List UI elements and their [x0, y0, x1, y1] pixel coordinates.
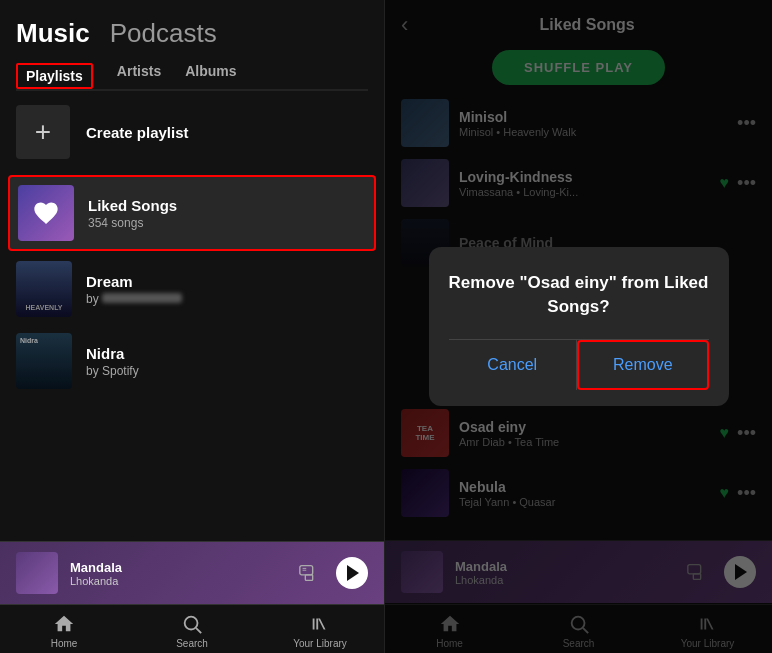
- dream-name: Dream: [86, 273, 368, 290]
- liked-songs-thumb: [18, 185, 74, 241]
- nav-home-label-left: Home: [51, 638, 78, 649]
- modal-buttons: Cancel Remove: [449, 339, 709, 390]
- heart-icon: [32, 199, 60, 227]
- title-row: Music Podcasts: [16, 18, 368, 49]
- modal-remove-button[interactable]: Remove: [577, 340, 709, 390]
- player-controls-left: [298, 557, 368, 589]
- nidra-sub: by Spotify: [86, 364, 368, 378]
- liked-songs-item[interactable]: Liked Songs 354 songs: [8, 175, 376, 251]
- create-playlist-label: Create playlist: [86, 124, 189, 141]
- play-button-left[interactable]: [336, 557, 368, 589]
- podcasts-title: Podcasts: [110, 18, 217, 49]
- modal-cancel-button[interactable]: Cancel: [449, 340, 578, 390]
- nav-search-left[interactable]: Search: [162, 613, 222, 649]
- create-playlist-item[interactable]: + Create playlist: [0, 91, 384, 173]
- svg-line-3: [196, 628, 201, 633]
- play-icon-left: [347, 565, 359, 581]
- liked-songs-sub: 354 songs: [88, 216, 366, 230]
- dream-item[interactable]: HEAVENLY Dream by: [0, 253, 384, 325]
- dream-sub: by: [86, 292, 368, 306]
- svg-rect-1: [305, 575, 312, 581]
- bottom-nav-left: Home Search Your Library: [0, 604, 384, 653]
- liked-songs-name: Liked Songs: [88, 197, 366, 214]
- home-icon-left: [53, 613, 75, 635]
- player-thumb-left: [16, 552, 58, 594]
- player-track-left: Mandala: [70, 560, 286, 575]
- liked-songs-info: Liked Songs 354 songs: [88, 197, 366, 230]
- nidra-label-text: Nidra: [20, 337, 38, 344]
- player-artist-left: Lhokanda: [70, 575, 286, 587]
- modal-title: Remove "Osad einy" from Liked Songs?: [449, 271, 709, 319]
- nidra-thumb: Nidra: [16, 333, 72, 389]
- tab-row: Playlists Artists Albums: [16, 63, 368, 91]
- nav-search-label-left: Search: [176, 638, 208, 649]
- nidra-name: Nidra: [86, 345, 368, 362]
- svg-point-2: [185, 617, 198, 630]
- tab-playlists[interactable]: Playlists: [16, 63, 93, 89]
- search-icon-left: [181, 613, 203, 635]
- right-panel: ‹ Liked Songs SHUFFLE PLAY Minisol Minis…: [385, 0, 772, 653]
- bottom-player-left: Mandala Lhokanda: [0, 541, 384, 604]
- music-title: Music: [16, 18, 90, 49]
- tab-albums[interactable]: Albums: [185, 63, 236, 89]
- dream-thumb-inner: HEAVENLY: [16, 261, 72, 317]
- tab-artists[interactable]: Artists: [117, 63, 161, 89]
- playlist-list: + Create playlist Liked Songs 354 songs …: [0, 91, 384, 541]
- dream-thumb: HEAVENLY: [16, 261, 72, 317]
- modal-box: Remove "Osad einy" from Liked Songs? Can…: [429, 247, 729, 406]
- device-icon-left[interactable]: [298, 562, 320, 584]
- nav-library-left[interactable]: Your Library: [290, 613, 350, 649]
- nav-home-left[interactable]: Home: [34, 613, 94, 649]
- left-panel: Music Podcasts Playlists Artists Albums …: [0, 0, 385, 653]
- plus-icon: +: [16, 105, 70, 159]
- dream-author-blurred: [102, 293, 182, 303]
- nidra-info: Nidra by Spotify: [86, 345, 368, 378]
- left-header: Music Podcasts Playlists Artists Albums: [0, 0, 384, 91]
- player-info-left: Mandala Lhokanda: [70, 560, 286, 587]
- dream-info: Dream by: [86, 273, 368, 306]
- nidra-item[interactable]: Nidra Nidra by Spotify: [0, 325, 384, 397]
- modal-overlay: Remove "Osad einy" from Liked Songs? Can…: [385, 0, 772, 653]
- nav-library-label-left: Your Library: [293, 638, 347, 649]
- library-icon-left: [309, 613, 331, 635]
